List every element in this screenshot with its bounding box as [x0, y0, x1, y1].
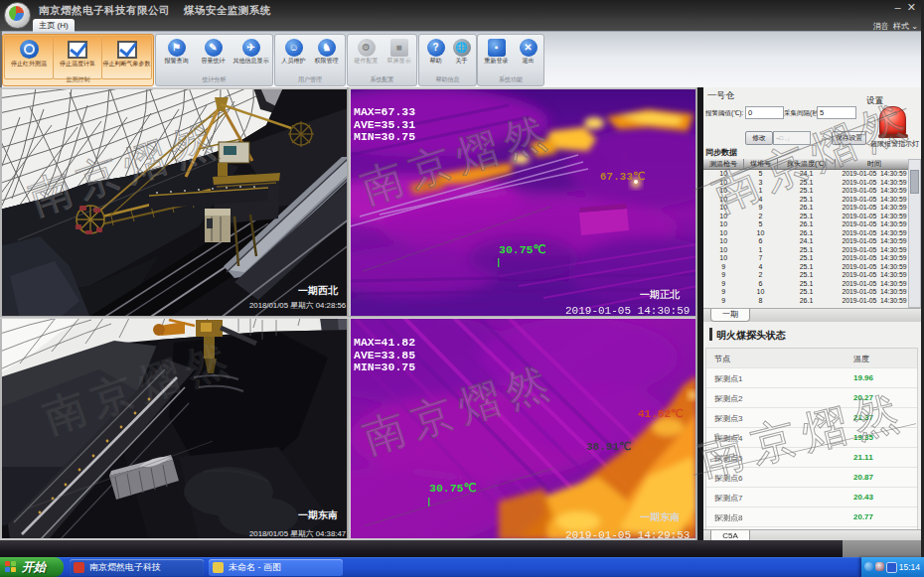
svg-text:一期东南: 一期东南	[298, 509, 338, 520]
svg-text:MIN=30.75: MIN=30.75	[354, 361, 415, 373]
svg-text:一期东南: 一期东南	[640, 511, 680, 522]
svg-text:30.75℃: 30.75℃	[499, 243, 546, 256]
svg-text:MAX=67.33: MAX=67.33	[354, 105, 415, 118]
svg-text:一期正北: 一期正北	[640, 289, 681, 300]
svg-text:38.91℃: 38.91℃	[586, 441, 632, 453]
svg-text:|: |	[496, 258, 501, 268]
svg-text:2018/01/05 星期六 04:28:56: 2018/01/05 星期六 04:28:56	[249, 301, 346, 310]
svg-text:|: |	[426, 498, 431, 507]
svg-text:30.75℃: 30.75℃	[429, 482, 477, 495]
svg-text:一期西北: 一期西北	[298, 285, 339, 296]
svg-text:67.33℃: 67.33℃	[600, 171, 646, 183]
svg-text:41.82℃: 41.82℃	[638, 408, 684, 420]
svg-text:MIN=30.75: MIN=30.75	[354, 130, 415, 143]
svg-text:2018/01/05 星期六 04:38:47: 2018/01/05 星期六 04:38:47	[249, 529, 346, 538]
svg-text:MAX=41.82: MAX=41.82	[354, 336, 415, 349]
